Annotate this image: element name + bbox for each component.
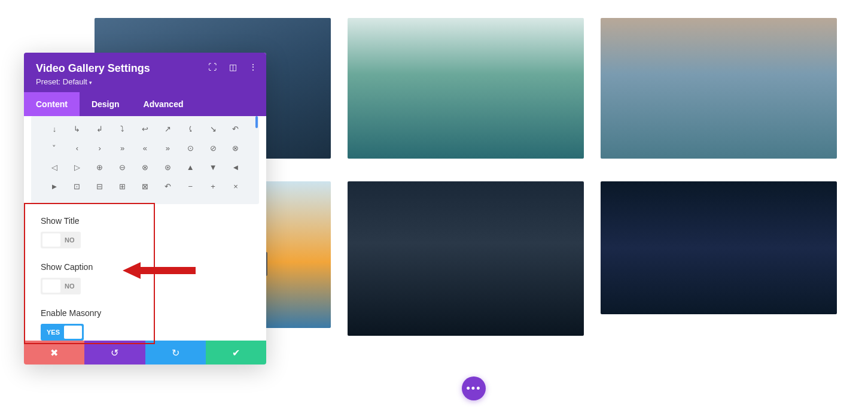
page-actions-fab[interactable]: •••: [462, 376, 486, 400]
icon-option[interactable]: ›: [94, 142, 106, 154]
toggle-knob: [42, 280, 60, 293]
icon-option[interactable]: ↶: [162, 180, 173, 192]
tab-advanced[interactable]: Advanced: [132, 92, 196, 116]
gallery-thumb[interactable]: [601, 181, 837, 314]
preset-selector[interactable]: Preset: Default: [36, 77, 254, 86]
icon-option[interactable]: »: [117, 142, 129, 154]
scrollbar[interactable]: [255, 116, 258, 128]
icon-option[interactable]: ↗: [162, 123, 173, 135]
enable-masonry-toggle[interactable]: YES: [41, 324, 84, 341]
icon-option[interactable]: ▲: [184, 161, 196, 173]
icon-option[interactable]: ⊞: [117, 180, 129, 192]
show-caption-toggle[interactable]: NO: [41, 278, 81, 294]
icon-option[interactable]: «: [139, 142, 151, 154]
icon-option[interactable]: ⊖: [117, 161, 129, 173]
toggle-text: NO: [62, 283, 81, 290]
gallery-thumb[interactable]: [348, 18, 584, 159]
toggle-text: YES: [41, 329, 62, 336]
icon-option[interactable]: ↘: [207, 123, 219, 135]
gallery-thumb[interactable]: [348, 181, 584, 336]
icon-option[interactable]: ↶: [230, 123, 242, 135]
show-title-label: Show Title: [41, 216, 249, 226]
toggle-knob: [64, 326, 82, 339]
icon-option[interactable]: ⊗: [139, 161, 151, 173]
icon-option[interactable]: ×: [230, 180, 242, 192]
tab-content[interactable]: Content: [24, 92, 80, 116]
more-icon[interactable]: ⋮: [248, 62, 258, 72]
icon-option[interactable]: ⊘: [207, 142, 219, 154]
show-title-toggle[interactable]: NO: [41, 232, 81, 248]
icon-option[interactable]: ⊛: [162, 161, 173, 173]
icon-option[interactable]: ↳: [71, 123, 83, 135]
enable-masonry-label: Enable Masonry: [41, 308, 249, 318]
icon-option[interactable]: ▼: [207, 161, 219, 173]
icon-option[interactable]: +: [207, 180, 219, 192]
show-caption-label: Show Caption: [41, 262, 249, 272]
gallery-thumb[interactable]: [601, 18, 837, 159]
icon-option[interactable]: ◄: [230, 161, 242, 173]
icon-option[interactable]: ↩: [139, 123, 151, 135]
toggle-text: NO: [62, 236, 81, 244]
icon-option[interactable]: ↲: [94, 123, 106, 135]
tab-design[interactable]: Design: [80, 92, 132, 116]
icon-option[interactable]: ⊟: [94, 180, 106, 192]
settings-panel: Video Gallery Settings Preset: Default ⛶…: [24, 53, 266, 365]
tabs: Content Design Advanced: [24, 92, 266, 116]
icon-option[interactable]: ◁: [48, 161, 60, 173]
panel-body: ↓ ↳ ↲ ⤵ ↩ ↗ ⤹ ↘ ↶ ˅ ‹ › » « » ⊙ ⊘ ⊗: [24, 116, 266, 341]
icon-option[interactable]: ⊡: [71, 180, 83, 192]
icon-option[interactable]: ⤹: [184, 123, 196, 135]
icon-option[interactable]: ⊕: [94, 161, 106, 173]
icon-option[interactable]: ⊙: [184, 142, 196, 154]
icon-option[interactable]: ⤵: [117, 123, 129, 135]
panel-header: Video Gallery Settings Preset: Default ⛶…: [24, 53, 266, 92]
icon-option[interactable]: »: [162, 142, 173, 154]
icon-option[interactable]: ⊠: [139, 180, 151, 192]
icon-option[interactable]: ▷: [71, 161, 83, 173]
icon-option[interactable]: ‹: [71, 142, 83, 154]
expand-icon[interactable]: ⛶: [208, 62, 217, 72]
icon-option[interactable]: ↓: [48, 123, 60, 135]
icon-option[interactable]: −: [184, 180, 196, 192]
icon-picker: ↓ ↳ ↲ ⤵ ↩ ↗ ⤹ ↘ ↶ ˅ ‹ › » « » ⊙ ⊘ ⊗: [31, 116, 259, 204]
toggle-knob: [42, 233, 60, 247]
dock-icon[interactable]: ◫: [228, 62, 237, 72]
icon-option[interactable]: ˅: [48, 142, 60, 154]
icon-option[interactable]: ⊗: [230, 142, 242, 154]
icon-option[interactable]: ►: [48, 180, 60, 192]
